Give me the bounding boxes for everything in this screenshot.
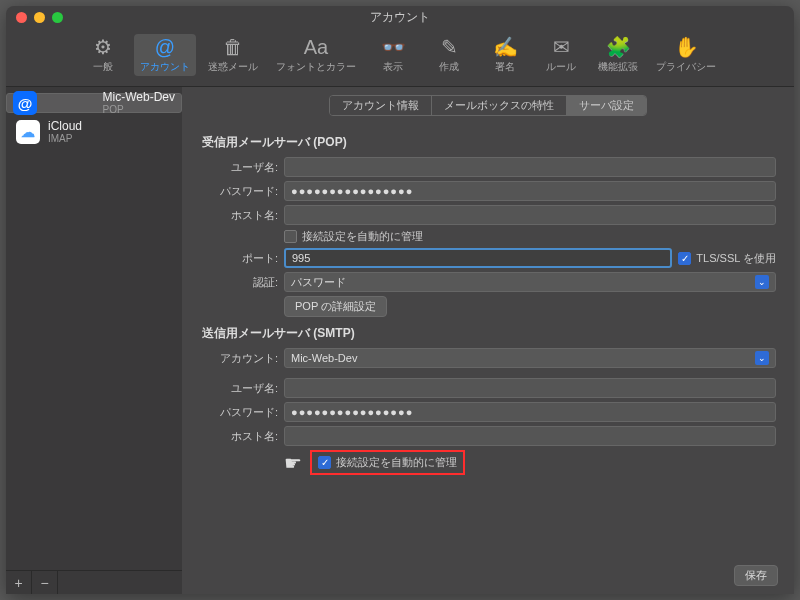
- titlebar: アカウント: [6, 6, 794, 28]
- user-label: ユーザ名:: [200, 160, 278, 175]
- sidebar: @ Mic-Web-Dev POP ☁ iCloud IMAP + −: [6, 87, 182, 594]
- content: @ Mic-Web-Dev POP ☁ iCloud IMAP + −: [6, 87, 794, 594]
- password-label: パスワード:: [200, 184, 278, 199]
- toolbar-viewing[interactable]: 👓表示: [368, 34, 418, 76]
- outgoing-section-title: 送信用メールサーバ (SMTP): [202, 325, 776, 342]
- incoming-auth-select[interactable]: パスワード ⌄: [284, 272, 776, 292]
- port-label: ポート:: [200, 251, 278, 266]
- pop-advanced-button[interactable]: POP の詳細設定: [284, 296, 387, 317]
- toolbar-general[interactable]: ⚙一般: [78, 34, 128, 76]
- add-account-button[interactable]: +: [6, 571, 32, 594]
- preferences-window: アカウント ⚙一般 @アカウント 🗑迷惑メール Aaフォントとカラー 👓表示 ✎…: [6, 6, 794, 594]
- font-icon: Aa: [304, 36, 328, 58]
- incoming-host-field[interactable]: [284, 205, 776, 225]
- compose-icon: ✎: [441, 36, 458, 58]
- toolbar-rules[interactable]: ✉ルール: [536, 34, 586, 76]
- pointing-hand-icon: ☛: [284, 451, 302, 475]
- outgoing-host-field[interactable]: [284, 426, 776, 446]
- host-label: ホスト名:: [200, 429, 278, 444]
- account-label: アカウント:: [200, 351, 278, 366]
- puzzle-icon: 🧩: [606, 36, 631, 58]
- checkbox-icon: ✓: [318, 456, 331, 469]
- at-icon: @: [155, 36, 175, 58]
- tab-segment: アカウント情報 メールボックスの特性 サーバ設定: [329, 95, 647, 116]
- account-protocol: IMAP: [48, 133, 82, 145]
- user-label: ユーザ名:: [200, 381, 278, 396]
- tabs: アカウント情報 メールボックスの特性 サーバ設定: [182, 87, 794, 120]
- outgoing-auto-manage-checkbox[interactable]: ✓ 接続設定を自動的に管理: [318, 455, 457, 470]
- toolbar-composing[interactable]: ✎作成: [424, 34, 474, 76]
- sidebar-footer: + −: [6, 570, 182, 594]
- footer: 保存: [182, 557, 794, 594]
- incoming-password-field[interactable]: ●●●●●●●●●●●●●●●●: [284, 181, 776, 201]
- account-name: Mic-Web-Dev: [103, 90, 175, 104]
- outgoing-account-select[interactable]: Mic-Web-Dev ⌄: [284, 348, 776, 368]
- incoming-section-title: 受信用メールサーバ (POP): [202, 134, 776, 151]
- incoming-auto-manage-checkbox[interactable]: 接続設定を自動的に管理: [284, 229, 423, 244]
- toolbar-fonts[interactable]: Aaフォントとカラー: [270, 34, 362, 76]
- at-icon: @: [13, 91, 37, 115]
- save-button[interactable]: 保存: [734, 565, 778, 586]
- incoming-user-field[interactable]: [284, 157, 776, 177]
- main-panel: アカウント情報 メールボックスの特性 サーバ設定 受信用メールサーバ (POP)…: [182, 87, 794, 594]
- rules-icon: ✉: [553, 36, 570, 58]
- incoming-port-field[interactable]: 995: [284, 248, 672, 268]
- outgoing-password-field[interactable]: ●●●●●●●●●●●●●●●●: [284, 402, 776, 422]
- account-list: @ Mic-Web-Dev POP ☁ iCloud IMAP: [6, 87, 182, 570]
- toolbar: ⚙一般 @アカウント 🗑迷惑メール Aaフォントとカラー 👓表示 ✎作成 ✍署名…: [6, 28, 794, 87]
- highlight-annotation: ✓ 接続設定を自動的に管理: [310, 450, 465, 475]
- account-row[interactable]: @ Mic-Web-Dev POP: [6, 93, 182, 113]
- window-title: アカウント: [6, 9, 794, 26]
- outgoing-user-field[interactable]: [284, 378, 776, 398]
- gear-icon: ⚙: [94, 36, 112, 58]
- tab-account-info[interactable]: アカウント情報: [330, 96, 432, 115]
- cloud-icon: ☁: [16, 120, 40, 144]
- checkbox-icon: [284, 230, 297, 243]
- toolbar-privacy[interactable]: ✋プライバシー: [650, 34, 722, 76]
- signature-icon: ✍: [493, 36, 518, 58]
- account-protocol: POP: [103, 104, 175, 116]
- hand-icon: ✋: [674, 36, 699, 58]
- toolbar-accounts[interactable]: @アカウント: [134, 34, 196, 76]
- remove-account-button[interactable]: −: [32, 571, 58, 594]
- chevron-down-icon: ⌄: [755, 275, 769, 289]
- toolbar-extensions[interactable]: 🧩機能拡張: [592, 34, 644, 76]
- auth-label: 認証:: [200, 275, 278, 290]
- tab-server-settings[interactable]: サーバ設定: [567, 96, 646, 115]
- tab-mailbox-behaviors[interactable]: メールボックスの特性: [432, 96, 567, 115]
- trash-icon: 🗑: [223, 36, 243, 58]
- tls-checkbox[interactable]: ✓ TLS/SSL を使用: [678, 251, 776, 266]
- form: 受信用メールサーバ (POP) ユーザ名: パスワード: ●●●●●●●●●●●…: [182, 120, 794, 557]
- chevron-down-icon: ⌄: [755, 351, 769, 365]
- account-row[interactable]: ☁ iCloud IMAP: [6, 113, 182, 151]
- toolbar-junk[interactable]: 🗑迷惑メール: [202, 34, 264, 76]
- glasses-icon: 👓: [381, 36, 406, 58]
- checkbox-icon: ✓: [678, 252, 691, 265]
- password-label: パスワード:: [200, 405, 278, 420]
- host-label: ホスト名:: [200, 208, 278, 223]
- toolbar-signatures[interactable]: ✍署名: [480, 34, 530, 76]
- account-name: iCloud: [48, 119, 82, 133]
